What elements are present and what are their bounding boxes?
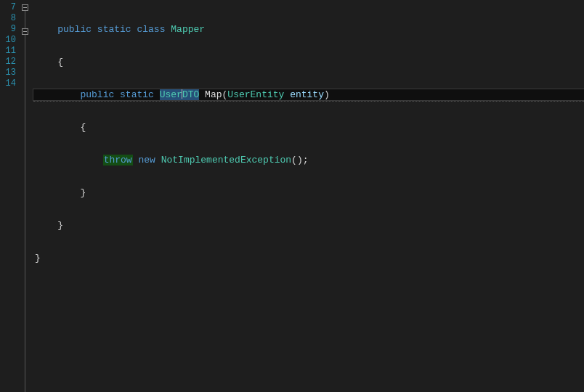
brace-close: } [57, 220, 63, 231]
type-name: UserEntity [227, 89, 284, 100]
keyword-public: public [80, 89, 114, 100]
parameter-name: entity [290, 89, 324, 100]
code-line[interactable]: { [33, 57, 584, 68]
line-number-gutter: 7 8 9 10 11 12 13 14 [0, 0, 20, 392]
line-number: 8 [0, 13, 16, 24]
brace-open: { [57, 57, 63, 68]
keyword-throw: throw [103, 155, 133, 166]
line-number: 14 [0, 78, 16, 89]
code-line[interactable]: } [33, 253, 584, 264]
fold-toggle-icon[interactable] [22, 28, 28, 35]
code-area[interactable]: public static class Mapper { public stat… [33, 0, 584, 392]
method-name: Map [205, 89, 222, 100]
semicolon: ; [303, 155, 309, 166]
brace-close: } [35, 253, 41, 264]
keyword-new: new [138, 155, 155, 166]
type-name: Mapper [171, 24, 205, 35]
keyword-static: static [120, 89, 154, 100]
line-number: 9 [0, 24, 16, 35]
type-name: NotImplementedException [161, 155, 291, 166]
code-line[interactable]: } [33, 187, 584, 198]
keyword-class: class [137, 24, 165, 35]
code-line[interactable]: { [33, 122, 584, 133]
brace-close: } [80, 187, 86, 198]
line-number: 10 [0, 35, 16, 46]
line-number: 12 [0, 57, 16, 68]
parens: () [291, 155, 303, 166]
selection: User [160, 89, 182, 100]
line-number: 7 [0, 2, 16, 13]
keyword-static: static [97, 24, 131, 35]
keyword-public: public [57, 24, 92, 35]
code-line-current[interactable]: public static UserDTO Map(UserEntity ent… [33, 89, 584, 100]
code-editor[interactable]: 7 8 9 10 11 12 13 14 public static class… [0, 0, 584, 392]
code-line[interactable]: public static class Mapper [33, 24, 584, 35]
code-line[interactable]: } [33, 220, 584, 231]
brace-open: { [80, 122, 86, 133]
fold-toggle-icon[interactable] [22, 4, 28, 11]
line-number: 13 [0, 68, 16, 78]
fold-column [20, 0, 33, 392]
code-line[interactable]: throw new NotImplementedException(); [33, 155, 584, 166]
paren-close: ) [324, 89, 330, 100]
line-number: 11 [0, 46, 16, 57]
fold-guide-line [25, 7, 25, 392]
selection: DTO [182, 89, 199, 100]
